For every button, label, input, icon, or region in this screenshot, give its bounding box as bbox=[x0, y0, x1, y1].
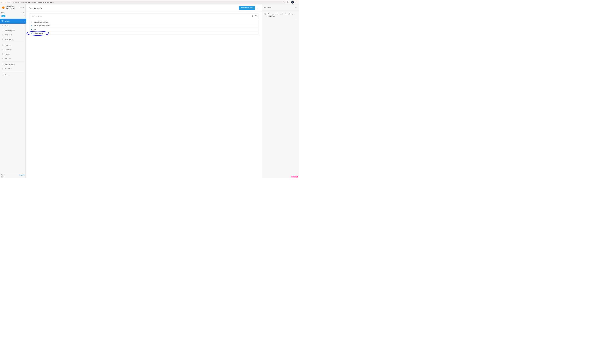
entities-icon bbox=[1, 25, 3, 27]
profile-avatar[interactable]: n bbox=[291, 1, 294, 4]
nav-intents[interactable]: Intents + bbox=[0, 19, 26, 24]
nav-validation[interactable]: Validation bbox=[0, 47, 26, 52]
add-entity-icon[interactable]: + bbox=[24, 25, 25, 27]
nav-entities[interactable]: Entities + bbox=[0, 24, 26, 28]
reload-icon[interactable] bbox=[7, 1, 10, 3]
intent-dot-icon bbox=[31, 26, 32, 26]
language-pill[interactable]: en bbox=[1, 15, 5, 17]
nav-validation-label: Validation bbox=[5, 49, 25, 51]
browser-toolbar: dialogflow.cloud.google.com/#/agent/mypr… bbox=[0, 0, 299, 5]
browser-menu-icon[interactable] bbox=[295, 1, 297, 3]
svg-rect-0 bbox=[13, 2, 14, 3]
external-link-icon: ↗ bbox=[9, 75, 10, 76]
svg-rect-20 bbox=[2, 68, 2, 69]
svg-rect-21 bbox=[2, 69, 3, 69]
nav-docs-label: Docs ↗ bbox=[5, 74, 25, 76]
intent-row[interactable]: Hello bbox=[29, 28, 259, 32]
nav-docs[interactable]: Docs ↗ bbox=[0, 73, 26, 77]
svg-rect-14 bbox=[2, 30, 3, 31]
nav-smalltalk[interactable]: Small Talk bbox=[0, 67, 26, 71]
nav-analytics-label: Analytics bbox=[5, 57, 25, 59]
nav-fulfillment[interactable]: Fulfillment bbox=[0, 33, 26, 37]
training-icon bbox=[1, 44, 3, 46]
extensions-icon[interactable] bbox=[287, 1, 289, 3]
forward-icon[interactable] bbox=[4, 1, 7, 3]
intent-dot-icon bbox=[31, 33, 32, 34]
page-header: Intents CREATE INTENT bbox=[26, 5, 262, 12]
bookmark-icon bbox=[31, 21, 32, 23]
integrations-icon bbox=[1, 38, 3, 40]
intent-row[interactable]: Default Welcome Intent bbox=[29, 24, 259, 28]
prebuilt-icon bbox=[1, 64, 3, 65]
nav-knowledge[interactable]: Knowledge[beta] bbox=[0, 28, 26, 33]
agent-name: Hello bbox=[1, 12, 21, 13]
nav-entities-label: Entities bbox=[5, 25, 22, 27]
agent-selector[interactable]: Hello ▾ bbox=[0, 11, 26, 15]
intent-dot-icon bbox=[31, 29, 32, 30]
header-more-icon[interactable] bbox=[257, 7, 259, 9]
fulfillment-icon bbox=[1, 34, 3, 36]
svg-point-29 bbox=[252, 15, 253, 16]
intent-list: Default Fallback Intent Default Welcome … bbox=[29, 20, 259, 35]
search-box[interactable] bbox=[29, 13, 259, 19]
search-input[interactable] bbox=[31, 15, 252, 18]
nav-fulfillment-label: Fulfillment bbox=[5, 34, 25, 36]
upgrade-link[interactable]: Upgrade bbox=[19, 174, 25, 176]
search-icon[interactable] bbox=[252, 15, 254, 17]
address-bar[interactable]: dialogflow.cloud.google.com/#/agent/mypr… bbox=[12, 1, 286, 4]
try-it-input[interactable] bbox=[264, 7, 295, 9]
try-it-panel: Please use test console above to try a s… bbox=[262, 5, 299, 178]
nav-history[interactable]: History bbox=[0, 52, 26, 56]
svg-point-1 bbox=[296, 1, 296, 2]
add-language-icon[interactable]: + bbox=[24, 15, 25, 17]
intent-label: Set-Language bbox=[33, 32, 43, 34]
knowledge-icon bbox=[1, 30, 3, 32]
site-info-icon[interactable] bbox=[13, 1, 15, 3]
svg-point-25 bbox=[31, 8, 31, 8]
svg-point-10 bbox=[2, 21, 3, 21]
nav-integrations[interactable]: Integrations bbox=[0, 37, 26, 41]
logo-line2: Essentials bbox=[6, 8, 14, 10]
region-select[interactable]: Global ▾ bbox=[19, 7, 25, 9]
nav-training[interactable]: Training bbox=[0, 43, 26, 48]
history-icon bbox=[1, 53, 3, 55]
info-icon bbox=[264, 13, 266, 17]
page-title: Intents bbox=[33, 7, 239, 10]
svg-point-8 bbox=[2, 21, 2, 21]
chevron-right-icon bbox=[1, 74, 3, 76]
svg-rect-30 bbox=[295, 7, 296, 8]
svg-rect-32 bbox=[265, 14, 265, 14]
url-text: dialogflow.cloud.google.com/#/agent/mypr… bbox=[15, 1, 281, 3]
filter-icon[interactable] bbox=[255, 15, 257, 17]
intents-icon bbox=[1, 20, 3, 22]
intent-label: Default Fallback Intent bbox=[34, 21, 49, 23]
gear-icon[interactable] bbox=[23, 12, 25, 14]
nav-integrations-label: Integrations bbox=[5, 38, 25, 40]
analytics-icon bbox=[1, 57, 3, 59]
mic-icon[interactable] bbox=[295, 6, 297, 9]
smalltalk-icon bbox=[1, 68, 3, 70]
nav-history-label: History bbox=[5, 53, 25, 55]
sidebar: Dialogflow Essentials Global ▾ Hello ▾ e… bbox=[0, 5, 26, 178]
intents-header-icon bbox=[29, 7, 32, 9]
intent-row[interactable]: Set-Language bbox=[29, 31, 259, 35]
nav-training-label: Training bbox=[5, 44, 25, 46]
nav-analytics[interactable]: Analytics bbox=[0, 56, 26, 61]
nav-smalltalk-label: Small Talk bbox=[5, 68, 25, 70]
dialogflow-logo-icon bbox=[1, 6, 5, 10]
create-intent-button[interactable]: CREATE INTENT bbox=[239, 6, 255, 10]
add-intent-icon[interactable]: + bbox=[24, 20, 25, 22]
back-icon[interactable] bbox=[1, 1, 4, 3]
nav-prebuilt-agents[interactable]: Prebuilt Agents bbox=[0, 62, 26, 67]
profile-initial: n bbox=[292, 2, 293, 3]
svg-point-24 bbox=[30, 8, 31, 8]
intent-row[interactable]: Default Fallback Intent bbox=[29, 20, 259, 24]
nav-intents-label: Intents bbox=[5, 20, 22, 22]
region-label: Global bbox=[19, 7, 24, 9]
caret-down-icon: ▾ bbox=[21, 12, 22, 14]
validation-icon bbox=[1, 49, 3, 51]
logo-text: Dialogflow Essentials bbox=[6, 6, 14, 10]
svg-point-3 bbox=[296, 2, 296, 3]
beta-badge: [beta] bbox=[13, 30, 15, 31]
bookmark-star-icon[interactable] bbox=[283, 1, 284, 3]
